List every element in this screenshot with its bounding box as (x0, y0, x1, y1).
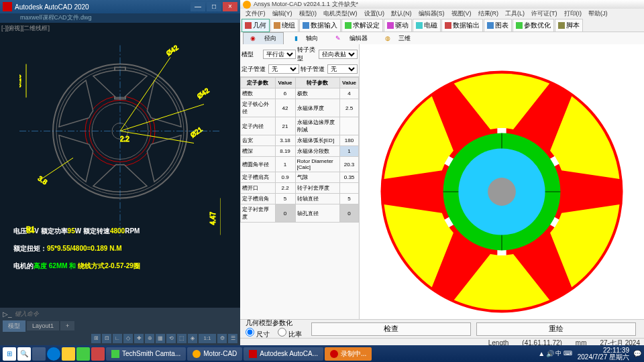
start-button[interactable]: ⊞ (3, 347, 16, 361)
maximize-button[interactable]: □ (207, 2, 221, 11)
param-cell[interactable]: 2.2 (275, 183, 295, 194)
model-tab[interactable]: 模型 (3, 320, 25, 332)
taskbar-app[interactable]: Autodesk AutoCA... (244, 347, 323, 361)
rotor-type-select[interactable]: 径向表贴 (319, 50, 358, 59)
status-icon[interactable]: ◇ (123, 334, 133, 343)
taskbar-app[interactable]: TechSmith Camta... (106, 347, 186, 361)
status-icon[interactable]: ▦ (156, 334, 165, 343)
menu-item[interactable]: 帮助(J) (586, 9, 610, 19)
status-icon[interactable]: ◈ (188, 334, 197, 343)
status-icon[interactable]: ⊡ (102, 334, 111, 343)
param-cell[interactable]: 5 (340, 194, 359, 204)
command-line[interactable]: ▷_ (0, 308, 240, 320)
radio-ratio[interactable]: 比率 (278, 330, 302, 338)
spec-text: 电压24V 额定功率95W 额定转速4800RPM 额定扭矩：95*9.55/4… (13, 223, 140, 275)
param-cell[interactable]: 1 (275, 157, 295, 172)
menu-item[interactable]: 编辑(Y) (270, 9, 295, 19)
status-icon[interactable]: ∟ (113, 334, 122, 343)
clock[interactable]: 22:11:392024/7/27 星期六 (578, 347, 629, 361)
param-cell[interactable]: 42 (275, 99, 295, 117)
explorer-icon[interactable] (62, 347, 75, 361)
motor-canvas[interactable] (360, 44, 644, 319)
menu-item[interactable]: 结果(R) (476, 9, 502, 19)
status-icon[interactable]: ⊞ (91, 334, 101, 343)
autocad-titlebar[interactable]: Autodesk AutoCAD 2020 — □ × (0, 0, 240, 13)
tab-chart[interactable]: 图表 (484, 19, 512, 32)
status-icon[interactable]: 1:1 (199, 334, 216, 343)
param-cell[interactable]: 180 (340, 135, 359, 146)
autocad-viewport[interactable]: [-][俯视][二维线框] (0, 23, 240, 308)
redraw-button[interactable]: 重绘 (476, 322, 636, 336)
param-cell[interactable]: 21 (275, 117, 295, 135)
tray-ime[interactable]: 中 ⌨ (555, 349, 572, 358)
subtab-editor[interactable]: ✎ 编辑器 (329, 33, 374, 44)
minimize-button[interactable]: — (191, 2, 205, 11)
menu-item[interactable]: 设置(U) (362, 9, 388, 19)
menu-item[interactable]: 电机类型(W) (321, 9, 360, 19)
edge-icon[interactable] (47, 347, 60, 361)
menu-item[interactable]: 编辑器(S) (416, 9, 447, 19)
menu-item[interactable]: 打印(I) (561, 9, 585, 19)
param-cell[interactable]: 4 (340, 88, 359, 99)
parameter-table[interactable]: 定子参数Value转子参数Value 槽数6极数4定子铁心外径42永磁体厚度2.… (240, 77, 359, 319)
menu-item[interactable]: 许可证(T) (529, 9, 560, 19)
tab-script[interactable]: 脚本 (555, 19, 583, 32)
param-cell[interactable] (340, 183, 359, 194)
tab-geometry[interactable]: 几何 (241, 19, 270, 32)
stator-duct-select[interactable]: 无 (268, 64, 299, 74)
menu-item[interactable]: 默认(N) (388, 9, 415, 19)
rotor-duct-select[interactable]: 无 (327, 64, 358, 74)
subtab-axial[interactable]: ▮ 轴向 (288, 33, 325, 44)
tray-icon[interactable]: 🔊 (546, 350, 554, 357)
radio-size[interactable]: 尺寸 (246, 330, 270, 338)
param-cell[interactable]: 2.5 (340, 99, 359, 117)
tab-optim[interactable]: 参数优化 (513, 19, 554, 32)
menu-item[interactable]: 工具(L) (502, 9, 527, 19)
app-icon[interactable] (91, 347, 105, 361)
slot-type-select[interactable]: 平行齿 (263, 50, 296, 59)
param-cell[interactable]: 0 (340, 204, 359, 223)
motorcad-titlebar[interactable]: Ansys Motor-CAD v2024.1.1 文件缺失* (240, 0, 644, 9)
command-input[interactable] (15, 310, 237, 317)
subtab-3d[interactable]: ◍ 三维 (378, 33, 418, 44)
param-cell[interactable]: 8.19 (275, 146, 295, 157)
param-cell: 转子衬套厚度 (295, 183, 340, 194)
subtab-radial[interactable]: ◉ 径向 (243, 32, 284, 45)
menu-item[interactable]: 视图(V) (449, 9, 474, 19)
tab-winding[interactable]: 绕组 (270, 19, 299, 32)
windows-taskbar: ⊞ 🔍 TechSmith Camta... Motor-CAD Autodes… (0, 345, 644, 362)
tab-drive[interactable]: 驱动 (384, 19, 412, 32)
param-cell[interactable] (340, 117, 359, 135)
status-icon[interactable]: ✚ (134, 334, 144, 343)
param-cell[interactable]: 20.3 (340, 157, 359, 172)
check-button[interactable]: 检查 (311, 322, 471, 336)
status-icon[interactable]: ⟲ (166, 334, 176, 343)
taskview-icon[interactable] (32, 347, 46, 361)
layout-tab[interactable]: Layout1 (27, 321, 59, 330)
taskbar-app[interactable]: 录制中... (325, 347, 372, 361)
app-icon[interactable] (76, 347, 90, 361)
param-cell[interactable]: 0.9 (275, 172, 295, 183)
tab-solve[interactable]: 求解设定 (341, 19, 383, 32)
tray-icon[interactable]: ▲ (538, 350, 545, 357)
close-button[interactable]: × (223, 2, 237, 11)
status-icon[interactable]: ☰ (228, 334, 237, 343)
status-icon[interactable]: ⚙ (217, 334, 227, 343)
status-icon[interactable]: ⊕ (145, 334, 154, 343)
taskbar-app[interactable]: Motor-CAD (187, 347, 242, 361)
menu-item[interactable]: 文件(F) (243, 9, 268, 19)
param-cell[interactable]: 3.18 (275, 135, 295, 146)
param-cell[interactable]: 5 (275, 194, 295, 204)
tab-emag[interactable]: 电磁 (413, 19, 441, 32)
notification-icon[interactable]: 💬 (633, 350, 641, 357)
status-icon[interactable]: ⬚ (177, 334, 186, 343)
tab-data-output[interactable]: 数据输出 (441, 19, 483, 32)
menu-item[interactable]: 模型(I) (297, 9, 320, 19)
param-cell[interactable]: 1 (340, 146, 359, 157)
add-layout-button[interactable]: + (60, 321, 74, 330)
param-cell[interactable]: 6 (275, 88, 295, 99)
search-icon[interactable]: 🔍 (17, 347, 31, 361)
param-cell[interactable]: 0 (275, 204, 295, 223)
tab-data-input[interactable]: 数据输入 (299, 19, 341, 32)
param-cell[interactable]: 0.35 (340, 172, 359, 183)
